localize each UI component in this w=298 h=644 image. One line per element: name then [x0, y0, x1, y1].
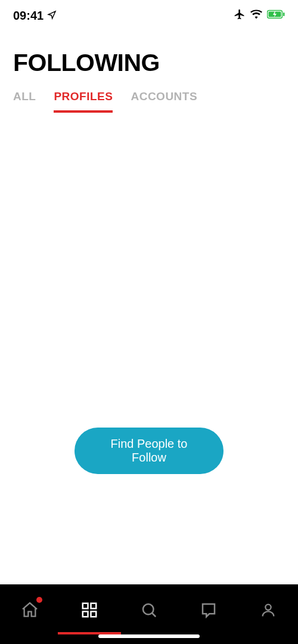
notification-badge	[36, 597, 42, 603]
avatar-row	[87, 167, 211, 203]
header: FOLLOWING	[0, 31, 298, 77]
svg-point-4	[97, 178, 105, 185]
svg-point-8	[194, 178, 201, 185]
bottom-nav	[0, 584, 298, 644]
nav-notifications[interactable]	[188, 597, 229, 625]
nav-explore[interactable]	[69, 597, 110, 625]
search-icon	[140, 601, 158, 621]
svg-point-6	[144, 175, 154, 185]
empty-state: You are not following anyone yet. Follow…	[0, 113, 298, 584]
tab-all[interactable]: ALL	[13, 90, 36, 113]
svg-point-13	[143, 604, 154, 615]
empty-state-title: You are not following anyone yet.	[36, 274, 262, 321]
battery-charging-icon	[267, 10, 285, 21]
status-time: 09:41	[13, 9, 44, 23]
status-bar: 09:41	[0, 0, 298, 31]
nav-profile[interactable]	[247, 597, 289, 625]
tabs: ALL PROFILES ACCOUNTS	[0, 77, 298, 113]
find-people-button[interactable]: Find People to Follow	[74, 428, 224, 474]
svg-rect-11	[83, 612, 88, 617]
person-circle-icon	[184, 171, 211, 199]
person-icon	[260, 601, 277, 621]
svg-rect-10	[91, 603, 97, 609]
nav-home[interactable]	[9, 597, 51, 625]
page-title: FOLLOWING	[13, 49, 285, 77]
svg-line-14	[152, 613, 156, 617]
svg-rect-9	[83, 603, 88, 609]
nav-search[interactable]	[128, 597, 170, 625]
person-circle-icon	[87, 171, 114, 199]
svg-point-15	[265, 605, 271, 610]
wifi-icon	[250, 10, 262, 21]
tab-profiles[interactable]: PROFILES	[54, 90, 113, 113]
home-indicator[interactable]	[98, 634, 200, 638]
svg-rect-12	[91, 612, 97, 617]
location-icon	[47, 9, 57, 23]
person-circle-icon	[131, 167, 167, 203]
chat-icon	[200, 601, 218, 621]
home-icon	[20, 600, 39, 622]
svg-rect-2	[283, 13, 285, 16]
empty-state-body: Follow people to see the stories they're…	[39, 334, 259, 383]
tab-accounts[interactable]: ACCOUNTS	[131, 90, 197, 113]
airplane-mode-icon	[234, 8, 246, 23]
grid-icon	[80, 601, 98, 621]
